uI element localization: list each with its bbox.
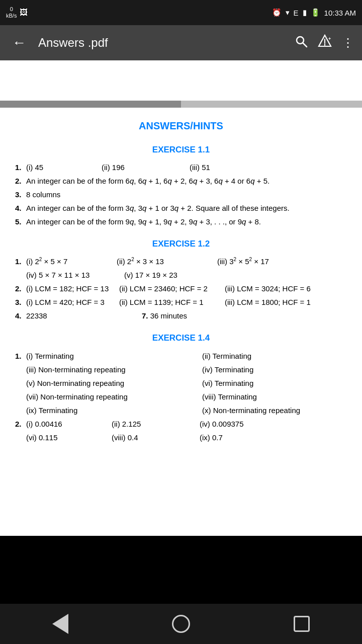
col-2: (ii) 22 × 3 × 13 [117,256,217,268]
ex14-right: (vi) Terminating [202,377,347,389]
drive-upload-button[interactable]: + [318,34,332,51]
col-3: (iii) LCM = 1800; HCF = 1 [225,296,347,308]
ex14-1-row3: (v) Non-terminating repeating (vi) Termi… [15,377,347,389]
ex12-item-3: 3. (i) LCM = 420; HCF = 3 (ii) LCM = 113… [15,296,347,308]
ex12-item-1-row1: 1. (i) 22 × 5 × 7 (ii) 22 × 3 × 13 (iii)… [15,256,347,268]
ex14-item-1: 1. (i) Terminating (ii) Terminating (iii… [15,350,347,417]
ex14-col3: (ix) 0.7 [200,432,347,444]
ex14-left: (vii) Non-terminating repeating [26,391,202,403]
recent-square-icon [294,616,310,632]
ex14-left: (i) Terminating [26,350,202,362]
kbs-label: kB/s [6,13,17,19]
ex14-1-row2: (iii) Non-terminating repeating (iv) Ter… [15,364,347,376]
ex14-left: (v) Non-terminating repeating [26,377,202,389]
ex14-item-2: 2. (i) 0.00416 (ii) 2.125 (iv) 0.009375 … [15,418,347,444]
ex12-item-2: 2. (i) LCM = 182; HCF = 13 (ii) LCM = 23… [15,283,347,295]
col-1: (i) 22 × 5 × 7 [26,256,117,268]
item-num: 1. [15,162,26,174]
ex14-col1: (vi) 0.115 [26,432,112,444]
item-text: An integer can be of the form 3q, 3q + 1… [26,202,290,214]
ex12-item-1: 1. (i) 22 × 5 × 7 (ii) 22 × 3 × 13 (iii)… [15,256,347,281]
ex14-col2: (ii) 2.125 [112,418,200,430]
status-left: 0 kB/s 🖼 [6,6,28,19]
col-1: (iv) 5 × 7 × 11 × 13 [26,269,124,281]
col-2: (ii) LCM = 1139; HCF = 1 [119,296,225,308]
ex11-item-3: 3. 8 columns [15,189,347,201]
item-cols: (i) 22 × 5 × 7 (ii) 22 × 3 × 13 (iii) 32… [26,256,347,268]
item-text: An integer can be of the form 9q, 9q + 1… [26,216,261,228]
ex12-item-4-7: 4. 22338 7. 36 minutes [15,310,347,322]
ex11-item-2: 2. An integer can be of the form 6q, 6q … [15,175,347,187]
exercise-1-4-title: EXERCISE 1.4 [15,331,347,345]
search-button[interactable] [295,35,308,51]
bottom-navigation [0,604,362,644]
ex14-right: (iv) Terminating [202,364,347,376]
ex12-item-1-row2: (iv) 5 × 7 × 11 × 13 (v) 17 × 19 × 23 [15,269,347,281]
col-1: (i) LCM = 182; HCF = 13 [26,283,119,295]
ex11-item-4: 4. An integer can be of the form 3q, 3q … [15,202,347,214]
content-area: ANSWERS/HINTS EXERCISE 1.1 1. (i) 45 (ii… [0,60,362,536]
ex12-item-3-row1: 3. (i) LCM = 420; HCF = 3 (ii) LCM = 113… [15,296,347,308]
more-options-button[interactable]: ⋮ [342,36,354,50]
back-triangle-icon [52,614,68,634]
svg-line-1 [303,43,307,47]
document-content: ANSWERS/HINTS EXERCISE 1.1 1. (i) 45 (ii… [0,108,362,465]
signal-icon: ▮ [303,8,307,17]
col-2: (ii) 196 [102,162,190,174]
ex11-item-1: 1. (i) 45 (ii) 196 (iii) 51 [15,162,347,174]
ex14-right: (viii) Terminating [202,391,347,403]
ex11-item-5: 5. An integer can be of the form 9q, 9q … [15,216,347,228]
ex14-1-row4: (vii) Non-terminating repeating (viii) T… [15,391,347,403]
svg-text:+: + [328,36,331,41]
item-text: An integer can be of the form 6q, 6q + 1… [26,175,269,187]
ex14-2-row2: (vi) 0.115 (viii) 0.4 (ix) 0.7 [15,432,347,444]
ex14-1-row1: 1. (i) Terminating (ii) Terminating [15,350,347,362]
toolbar: ← Answers .pdf + ⋮ [0,25,362,60]
home-circle-icon [172,615,190,633]
ex14-2-row1: 2. (i) 0.00416 (ii) 2.125 (iv) 0.009375 [15,418,347,430]
ex12-item-2-row1: 2. (i) LCM = 182; HCF = 13 (ii) LCM = 23… [15,283,347,295]
toolbar-title: Answers .pdf [38,36,287,50]
ex14-left: (ix) Terminating [26,405,202,417]
item-4-val: 22338 [26,310,142,322]
ex14-col2: (viii) 0.4 [112,432,200,444]
nav-back-button[interactable] [45,609,75,639]
network-label: E [294,9,299,17]
col-3: (iii) 32 × 52 × 17 [217,256,347,268]
kbs-value: 0 [6,6,17,13]
item-7-val: 7. 36 minutes [142,310,347,322]
bottom-spacer [0,465,362,536]
toolbar-actions: + ⋮ [295,34,354,51]
nav-recent-button[interactable] [287,609,317,639]
alarm-icon: ⏰ [272,8,282,17]
col-3: (iii) LCM = 3024; HCF = 6 [225,283,347,295]
scrollbar[interactable] [0,101,362,108]
battery-icon: 🔋 [311,8,320,17]
top-spacer [0,60,362,101]
col-2: (ii) LCM = 23460; HCF = 2 [119,283,225,295]
col-1: (i) LCM = 420; HCF = 3 [26,296,119,308]
ex14-right: (x) Non-terminating repeating [202,405,347,417]
status-time: 10:33 AM [324,9,356,17]
ex14-col3: (iv) 0.009375 [200,418,347,430]
main-title: ANSWERS/HINTS [15,118,347,134]
ex14-right: (ii) Terminating [202,350,347,362]
exercise-1-2-title: EXERCISE 1.2 [15,237,347,251]
col-1: (i) 45 [26,162,102,174]
image-icon: 🖼 [20,8,28,17]
scrollbar-thumb[interactable] [0,101,181,108]
col-3: (iii) 51 [190,162,347,174]
kbs-indicator: 0 kB/s [6,6,17,19]
col-2: (v) 17 × 19 × 23 [124,269,347,281]
nav-home-button[interactable] [166,609,196,639]
wifi-icon: ▾ [286,8,290,17]
item-cols: (i) 45 (ii) 196 (iii) 51 [26,162,347,174]
status-right: ⏰ ▾ E ▮ 🔋 10:33 AM [272,8,356,17]
ex14-1-row5: (ix) Terminating (x) Non-terminating rep… [15,405,347,417]
status-bar: 0 kB/s 🖼 ⏰ ▾ E ▮ 🔋 10:33 AM [0,0,362,25]
ex14-left: (iii) Non-terminating repeating [26,364,202,376]
ex14-col1: (i) 0.00416 [26,418,112,430]
item-text: 8 columns [26,189,60,201]
back-button[interactable]: ← [8,31,30,55]
exercise-1-1-title: EXERCISE 1.1 [15,143,347,156]
